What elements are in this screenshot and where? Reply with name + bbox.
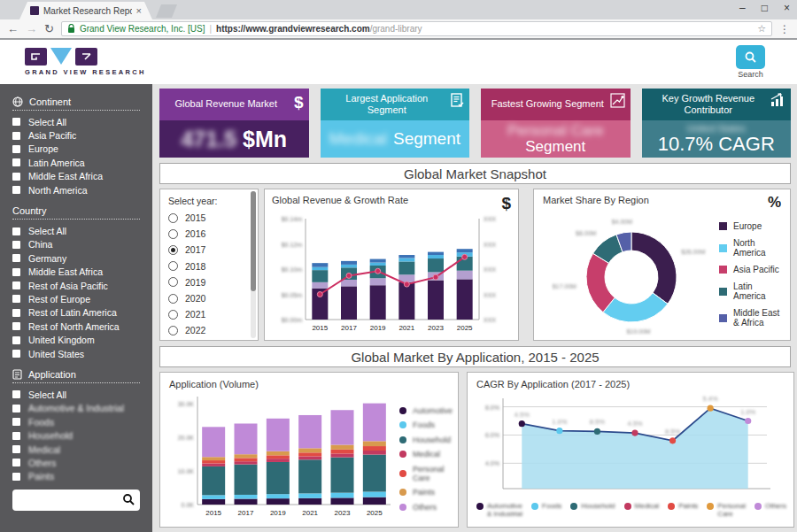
site-search-button[interactable] [736,45,765,69]
svg-text:6.0%: 6.0% [485,432,499,438]
checkbox[interactable] [12,268,20,276]
kpi-value-part: United States [687,124,746,135]
legend-swatch [754,503,762,510]
report-icon [450,93,464,112]
svg-text:4.5%: 4.5% [515,411,530,419]
bookmark-star-icon[interactable]: ☆ [757,23,766,35]
legend-swatch [719,266,727,274]
search-icon[interactable] [122,493,135,506]
checkbox[interactable] [12,309,20,317]
sidebar-search-box[interactable] [12,490,140,511]
checkbox[interactable] [12,350,20,358]
year-label: 2015 [185,212,205,223]
checkbox[interactable] [12,173,20,181]
filter-item: United States [12,347,152,360]
checkbox[interactable] [12,145,20,153]
radio-button[interactable] [168,294,178,304]
checkbox[interactable] [12,132,20,140]
revenue-growth-chart: $0.14m$0.12m$0.10m$0.05m$0.00mXXXXXXXXXX… [272,212,511,344]
back-icon[interactable]: ← [7,22,19,35]
radio-button[interactable] [168,229,178,239]
year-selector-label: Select year: [168,196,247,206]
dollar-icon: $ [294,93,304,112]
refresh-icon[interactable]: ↻ [44,22,54,35]
cagr-title: CAGR By Application (2017 - 2025) [476,379,786,389]
logo-g-mark [25,48,47,66]
browser-tab[interactable]: Market Research Reports × [19,2,152,19]
kpi-value-part: Medical [329,130,386,148]
checkbox[interactable] [12,473,20,481]
legend-swatch [719,244,727,252]
legend-label: Personal Care [717,502,746,518]
window-close-button[interactable]: × [784,3,790,13]
year-option: 2017 [168,242,247,258]
checkbox[interactable] [12,186,20,194]
checkbox[interactable] [12,281,20,289]
application-title: Application [28,369,76,380]
svg-text:2017: 2017 [341,324,357,332]
cagr-legend: Automotive & IndustrialFoodsHouseholdMed… [476,502,786,518]
svg-text:2021: 2021 [302,509,318,517]
forward-icon[interactable]: → [26,22,37,35]
radio-button[interactable] [168,261,178,271]
snapshot-section-title: Global Market Snapshot [159,163,791,184]
checkbox[interactable] [12,295,20,303]
legend-swatch [719,222,727,230]
checkbox[interactable] [12,445,20,453]
svg-text:XXX: XXX [484,266,496,273]
legend-item: Others [399,503,453,512]
radio-button[interactable] [168,213,178,223]
radio-button[interactable] [168,310,178,320]
year-label: 2019 [185,277,205,288]
legend-label: Medical [413,450,440,459]
kpi-value-part: Personal Care [507,123,604,139]
checkbox[interactable] [12,241,20,249]
kpi-card-value: United States10.7% CAGR [642,120,792,158]
search-icon [744,50,758,65]
checkbox[interactable] [12,322,20,330]
filter-label: Select All [28,117,66,127]
radio-button[interactable] [168,245,178,255]
filter-label: Germany [28,253,66,264]
url-separator: | [209,24,212,34]
browser-menu-icon[interactable]: ⋮ [779,23,790,35]
new-tab-button[interactable] [156,4,177,18]
svg-text:2015: 2015 [312,324,328,332]
checkbox[interactable] [12,118,20,126]
checkbox[interactable] [12,336,20,344]
svg-text:$0.14m: $0.14m [282,216,303,222]
legend-label: Latin America [733,281,781,301]
url-bar[interactable]: Grand View Research, Inc. [US] | https:/… [61,21,772,36]
filter-item: Middle East Africa [12,266,152,279]
svg-text:2017: 2017 [238,509,254,517]
sidebar-search-input[interactable] [17,495,122,505]
checkbox[interactable] [12,158,20,166]
window-minimize-button[interactable]: – [739,3,746,13]
checkbox[interactable] [12,254,20,262]
checkbox[interactable] [12,432,20,440]
checkbox[interactable] [12,227,20,235]
year-scrollbar-thumb[interactable] [251,191,256,291]
svg-text:$4.00M: $4.00M [612,219,633,225]
svg-text:2019: 2019 [270,509,286,517]
filter-item: Automotive & Industrial [12,402,152,415]
application-section-title: Global Market By Application, 2015 - 202… [159,346,791,367]
window-maximize-button[interactable]: □ [762,3,768,13]
radio-button[interactable] [168,277,178,287]
svg-text:2019: 2019 [370,324,386,332]
legend-swatch [719,288,727,296]
svg-text:1.0%: 1.0% [552,418,567,426]
kpi-card: Global Revenue Market$471.5$Mn [159,89,309,158]
checkbox[interactable] [12,459,20,466]
svg-text:XXX: XXX [484,216,496,222]
kpi-value-part: 471.5 [181,127,236,150]
checkbox[interactable] [12,405,20,412]
checkbox[interactable] [12,418,20,426]
kpi-value-part: Segment [525,139,585,155]
radio-button[interactable] [168,326,178,335]
svg-text:2023: 2023 [335,509,351,517]
checkbox[interactable] [12,390,20,398]
filter-item: Select All [12,388,152,401]
tab-close-icon[interactable]: × [136,6,142,15]
year-scrollbar[interactable] [251,191,256,338]
